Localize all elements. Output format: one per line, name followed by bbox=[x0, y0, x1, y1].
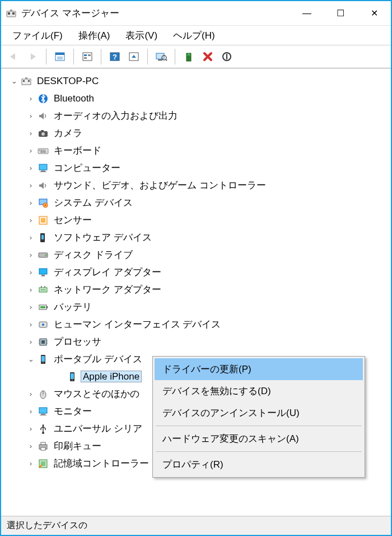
tree-label: DESKTOP-PC bbox=[35, 75, 101, 87]
maximize-button[interactable]: ☐ bbox=[324, 1, 357, 26]
tree-node-bluetooth[interactable]: ›Bluetooth bbox=[1, 90, 391, 107]
ctx-scan-hardware[interactable]: ハードウェア変更のスキャン(A) bbox=[155, 428, 363, 450]
svg-rect-61 bbox=[41, 340, 45, 344]
svg-rect-56 bbox=[46, 306, 48, 308]
forward-button[interactable] bbox=[24, 48, 41, 66]
disable-button[interactable] bbox=[218, 48, 236, 66]
devices-view-button[interactable] bbox=[78, 48, 96, 66]
uninstall-button[interactable] bbox=[199, 48, 217, 66]
expand-icon[interactable]: › bbox=[26, 441, 36, 451]
computer-icon bbox=[37, 162, 49, 174]
tree-label: ネットワーク アダプター bbox=[52, 284, 164, 295]
tree-node-sensor[interactable]: ›センサー bbox=[1, 211, 391, 229]
expand-icon[interactable]: › bbox=[26, 111, 36, 121]
status-text: 選択したデバイスの bbox=[7, 520, 87, 532]
toolbar-separator bbox=[147, 49, 148, 64]
scan-hardware-button[interactable] bbox=[152, 48, 170, 66]
expand-icon[interactable]: › bbox=[26, 128, 36, 138]
tree-node-audio[interactable]: ›オーディオの入力および出力 bbox=[1, 107, 391, 124]
expand-icon[interactable]: › bbox=[26, 94, 36, 104]
menu-bar: ファイル(F) 操作(A) 表示(V) ヘルプ(H) bbox=[1, 26, 391, 45]
svg-rect-30 bbox=[39, 150, 40, 151]
tree-label: システム デバイス bbox=[52, 197, 135, 209]
tree-node-system[interactable]: ›システム デバイス bbox=[1, 194, 391, 211]
expand-icon[interactable]: › bbox=[26, 181, 36, 191]
tree-node-disk[interactable]: ›ディスク ドライブ bbox=[1, 246, 391, 264]
tree-label: ポータブル デバイス bbox=[52, 353, 144, 365]
svg-rect-44 bbox=[41, 235, 44, 239]
show-hidden-button[interactable] bbox=[125, 48, 143, 66]
svg-rect-24 bbox=[25, 77, 27, 79]
help-button[interactable]: ? bbox=[106, 48, 124, 66]
tree-node-keyboard[interactable]: ›キーボード bbox=[1, 142, 391, 159]
svg-point-27 bbox=[41, 132, 45, 136]
tree-node-hid[interactable]: ›ヒューマン インターフェイス デバイス bbox=[1, 316, 391, 333]
mouse-icon bbox=[37, 388, 49, 400]
collapse-icon[interactable]: ⌄ bbox=[26, 354, 36, 364]
svg-point-52 bbox=[41, 289, 42, 290]
monitor-icon bbox=[37, 405, 49, 418]
expand-icon[interactable]: › bbox=[26, 215, 36, 225]
svg-rect-22 bbox=[23, 80, 25, 82]
svg-rect-36 bbox=[41, 170, 45, 172]
expand-icon[interactable]: › bbox=[26, 250, 36, 260]
app-icon bbox=[6, 8, 17, 19]
tree-label: マウスとそのほかの bbox=[52, 388, 142, 400]
tree-node-sound[interactable]: ›サウンド、ビデオ、およびゲーム コントローラー bbox=[1, 177, 391, 194]
expand-icon[interactable]: › bbox=[26, 163, 36, 173]
expand-icon[interactable]: › bbox=[26, 302, 36, 312]
collapse-icon[interactable]: ⌄ bbox=[9, 76, 19, 86]
toolbar-separator bbox=[101, 49, 101, 64]
properties-button[interactable] bbox=[51, 48, 69, 66]
back-button[interactable] bbox=[4, 48, 22, 66]
tree-node-software[interactable]: ›ソフトウェア デバイス bbox=[1, 229, 391, 246]
ctx-update-driver[interactable]: ドライバーの更新(P) bbox=[155, 358, 363, 380]
tree-node-battery[interactable]: ›バッテリ bbox=[1, 298, 391, 316]
ctx-disable-device[interactable]: デバイスを無効にする(D) bbox=[155, 380, 363, 402]
ctx-properties[interactable]: プロパティ(R) bbox=[155, 454, 363, 475]
tree-node-camera[interactable]: ›カメラ bbox=[1, 124, 391, 142]
expand-icon[interactable]: › bbox=[26, 459, 36, 469]
expand-icon[interactable]: › bbox=[26, 424, 36, 434]
tree-label: センサー bbox=[52, 214, 94, 226]
svg-point-73 bbox=[72, 380, 73, 381]
expand-icon[interactable]: › bbox=[26, 320, 36, 330]
menu-action[interactable]: 操作(A) bbox=[72, 27, 117, 44]
battery-icon bbox=[37, 301, 49, 313]
update-driver-button[interactable] bbox=[180, 48, 198, 66]
expand-icon[interactable]: › bbox=[26, 233, 36, 243]
tree-node-network[interactable]: ›ネットワーク アダプター bbox=[1, 281, 391, 298]
expand-icon[interactable]: › bbox=[26, 337, 36, 347]
svg-rect-3 bbox=[10, 10, 12, 11]
menu-help[interactable]: ヘルプ(H) bbox=[166, 27, 222, 44]
tree-node-root[interactable]: ⌄DESKTOP-PC bbox=[1, 72, 391, 90]
minimize-button[interactable]: — bbox=[290, 1, 324, 26]
network-icon bbox=[37, 284, 49, 296]
menu-file[interactable]: ファイル(F) bbox=[6, 27, 69, 44]
toolbar-separator bbox=[73, 49, 74, 64]
svg-rect-5 bbox=[55, 53, 64, 55]
device-tree[interactable]: ⌄DESKTOP-PC›Bluetooth›オーディオの入力および出力›カメラ›… bbox=[1, 68, 391, 516]
tree-node-computer[interactable]: ›コンピューター bbox=[1, 159, 391, 177]
svg-rect-47 bbox=[39, 269, 47, 274]
menu-view[interactable]: 表示(V) bbox=[119, 27, 164, 44]
svg-line-18 bbox=[166, 59, 167, 61]
expand-icon[interactable]: › bbox=[26, 198, 36, 208]
tree-node-display[interactable]: ›ディスプレイ アダプター bbox=[1, 264, 391, 281]
close-button[interactable]: ✕ bbox=[357, 1, 391, 26]
toolbar: ? bbox=[1, 45, 391, 68]
svg-rect-10 bbox=[88, 54, 91, 56]
svg-point-54 bbox=[44, 289, 45, 290]
svg-rect-81 bbox=[41, 442, 45, 445]
expand-icon[interactable]: › bbox=[26, 285, 36, 295]
tree-label: 印刷キュー bbox=[52, 440, 104, 452]
expand-icon[interactable]: › bbox=[26, 389, 36, 399]
svg-point-46 bbox=[45, 254, 47, 256]
ctx-uninstall-device[interactable]: デバイスのアンインストール(U) bbox=[155, 402, 363, 424]
expand-icon[interactable]: › bbox=[26, 406, 36, 417]
display-icon bbox=[37, 266, 49, 279]
expand-icon[interactable]: › bbox=[26, 267, 36, 278]
tree-node-cpu[interactable]: ›プロセッサ bbox=[1, 333, 391, 350]
portable-icon bbox=[37, 353, 49, 366]
expand-icon[interactable]: › bbox=[26, 146, 36, 156]
